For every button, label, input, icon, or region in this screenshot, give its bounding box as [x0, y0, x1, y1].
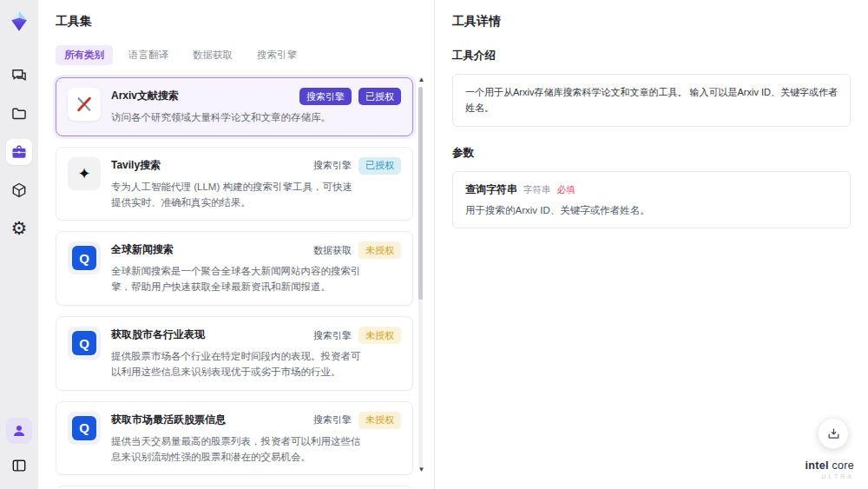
- tool-card-arxiv[interactable]: Arxiv文献搜索 搜索引擎 已授权 访问各个研究领域大量科学论文和文章的存储库…: [56, 77, 413, 136]
- download-icon: [826, 426, 841, 441]
- scrollbar-up-arrow[interactable]: ▲: [418, 76, 425, 83]
- sidebar-item-chat[interactable]: [6, 63, 32, 89]
- intro-box: 一个用于从Arxiv存储库搜索科学论文和文章的工具。 输入可以是Arxiv ID…: [452, 74, 851, 127]
- tool-card-active-stocks[interactable]: Q 获取市场最活跃股票信息 搜索引擎 未授权 提供当天交易量最高的股票列表，投资…: [56, 401, 413, 476]
- tool-name: 全球新闻搜索: [111, 241, 174, 257]
- sidebar-item-tools[interactable]: [6, 139, 32, 165]
- tab-search-engine[interactable]: 搜索引擎: [248, 45, 306, 65]
- category-label: 搜索引擎: [313, 413, 352, 426]
- app-logo: [5, 7, 33, 35]
- tool-detail-panel: 工具详情 工具介绍 一个用于从Arxiv存储库搜索科学论文和文章的工具。 输入可…: [434, 0, 868, 489]
- category-tabs: 所有类别 语言翻译 数据获取 搜索引擎: [56, 45, 413, 65]
- page-title: 工具集: [56, 14, 413, 30]
- tool-card-tavily[interactable]: ✦ Tavily搜索 搜索引擎 已授权 专为人工智能代理 (LLM) 构建的搜索…: [56, 147, 413, 221]
- sparkle-icon: ✦: [68, 157, 101, 190]
- tool-card-list: Arxiv文献搜索 搜索引擎 已授权 访问各个研究领域大量科学论文和文章的存储库…: [56, 77, 413, 489]
- cube-icon: [10, 182, 28, 199]
- intro-heading: 工具介绍: [452, 49, 851, 63]
- brand-intel: intel: [806, 459, 829, 472]
- auth-status-badge: 已授权: [358, 88, 401, 105]
- q-logo-icon: Q: [68, 241, 101, 274]
- arxiv-x-icon: [68, 88, 101, 121]
- brand-core: core: [829, 459, 854, 472]
- tab-all-categories[interactable]: 所有类别: [56, 45, 113, 65]
- category-label: 搜索引擎: [313, 329, 352, 342]
- param-description: 用于搜索的Arxiv ID、关键字或作者姓名。: [465, 204, 838, 217]
- param-type: 字符串: [523, 184, 551, 196]
- auth-status-badge: 未授权: [358, 327, 401, 344]
- tool-list-panel: 工具集 所有类别 语言翻译 数据获取 搜索引擎 Arxiv文献搜索: [38, 0, 434, 489]
- download-button[interactable]: [818, 418, 849, 449]
- q-logo-icon: Q: [68, 412, 101, 445]
- category-badge: 搜索引擎: [299, 88, 352, 105]
- detail-title: 工具详情: [452, 14, 851, 30]
- intel-core-logo: intel core ULTRA: [806, 460, 855, 480]
- intro-text: 一个用于从Arxiv存储库搜索科学论文和文章的工具。 输入可以是Arxiv ID…: [465, 85, 838, 116]
- sidebar-item-cube[interactable]: [6, 177, 32, 203]
- auth-status-badge: 已授权: [358, 157, 401, 175]
- sidebar-item-user[interactable]: [6, 418, 32, 444]
- sidebar-nav: ⚙: [6, 63, 32, 241]
- tool-card-global-news[interactable]: Q 全球新闻搜索 数据获取 未授权 全球新闻搜索是一个聚合全球各大新闻网站内容的…: [56, 231, 413, 306]
- tool-description: 全球新闻搜索是一个聚合全球各大新闻网站内容的搜索引擎，帮助用户快速获取全球最新资…: [111, 264, 361, 295]
- param-box: 查询字符串 字符串 必填 用于搜索的Arxiv ID、关键字或作者姓名。: [452, 171, 851, 228]
- panel-icon: [10, 457, 28, 474]
- tool-card-sector-performance[interactable]: Q 获取股市各行业表现 搜索引擎 未授权 提供股票市场各个行业在特定时间段内的表…: [56, 316, 413, 391]
- sidebar: ⚙: [0, 0, 38, 489]
- tool-name: 获取市场最活跃股票信息: [111, 412, 226, 427]
- chat-icon: [10, 67, 28, 84]
- category-label: 数据获取: [313, 244, 352, 257]
- tool-name: Arxiv文献搜索: [111, 88, 179, 103]
- tab-data-fetch[interactable]: 数据获取: [184, 45, 241, 65]
- app-window: ⚙ 工具: [0, 0, 868, 489]
- scrollbar-thumb[interactable]: [418, 87, 423, 300]
- tab-translation[interactable]: 语言翻译: [120, 45, 177, 65]
- brand-ultra: ULTRA: [806, 473, 855, 480]
- tool-card-regional-news[interactable]: 万维地区新闻查询 搜索引擎 未授权 查询具体行政区划内的新闻，快速了解各地新闻动: [56, 486, 413, 489]
- folder-icon: [10, 105, 28, 122]
- settings-icon: ⚙: [11, 220, 28, 238]
- sidebar-item-folder[interactable]: [6, 101, 32, 127]
- sidebar-item-panel-toggle[interactable]: [6, 453, 32, 479]
- tool-description: 访问各个研究领域大量科学论文和文章的存储库。: [111, 110, 361, 126]
- auth-status-badge: 未授权: [358, 412, 401, 429]
- sidebar-item-settings[interactable]: ⚙: [6, 215, 32, 241]
- param-name: 查询字符串: [465, 182, 517, 197]
- category-label: 搜索引擎: [313, 159, 352, 172]
- briefcase-icon: [10, 143, 28, 161]
- tool-name: 获取股市各行业表现: [111, 327, 205, 342]
- auth-status-badge: 未授权: [358, 241, 401, 259]
- tool-description: 提供股票市场各个行业在特定时间段内的表现。投资者可以利用这些信息来识别表现优于或…: [111, 349, 361, 380]
- param-required-label: 必填: [557, 184, 575, 196]
- tool-description: 专为人工智能代理 (LLM) 构建的搜索引擎工具，可快速提供实时、准确和真实的结…: [111, 180, 361, 211]
- tool-description: 提供当天交易量最高的股票列表，投资者可以利用这些信息来识别流动性强的股票和潜在的…: [111, 434, 361, 466]
- scrollbar-down-arrow[interactable]: ▼: [418, 466, 425, 473]
- user-icon: [11, 423, 27, 439]
- tool-name: Tavily搜索: [111, 157, 161, 173]
- q-logo-icon: Q: [68, 327, 101, 360]
- sidebar-bottom: [6, 418, 32, 479]
- params-heading: 参数: [452, 146, 851, 161]
